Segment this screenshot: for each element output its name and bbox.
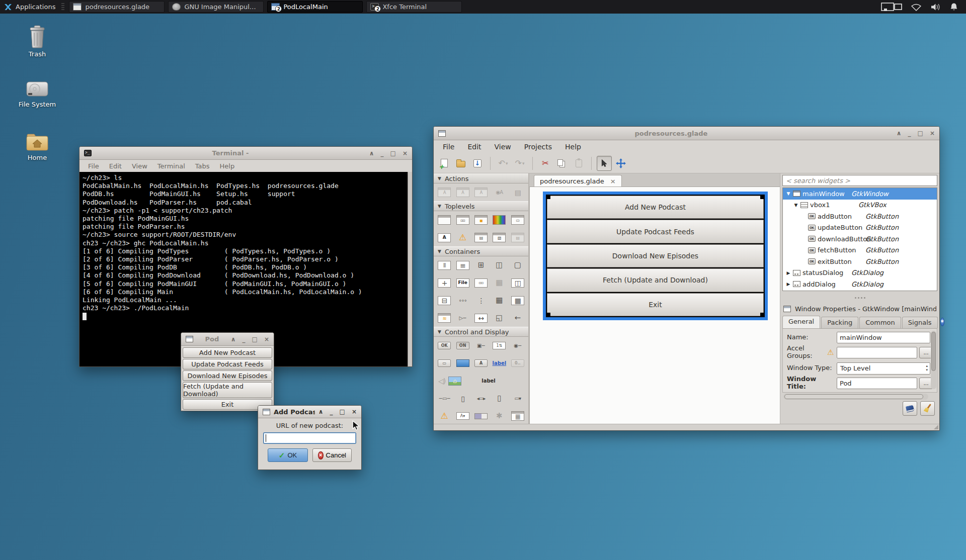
desktop-icon-filesystem[interactable]: File System: [14, 79, 60, 108]
scrolled-window-icon[interactable]: ↔: [474, 314, 488, 323]
dropdown-arrow-icon[interactable]: ▾: [522, 161, 525, 166]
toggle-button-icon[interactable]: ON: [456, 342, 469, 349]
design-selected-window[interactable]: Add New PodcastUpdate Podcast FeedsDownl…: [543, 192, 768, 320]
design-canvas[interactable]: Add New PodcastUpdate Podcast FeedsDownl…: [529, 187, 780, 424]
image-icon[interactable]: ⌂: [448, 377, 461, 386]
accel-groups-field[interactable]: [837, 347, 917, 358]
tree-row-vbox1[interactable]: ▼vbox1GtkVBox: [783, 200, 937, 211]
about-dialog-icon[interactable]: ▪: [474, 215, 488, 225]
link-button-icon[interactable]: label: [493, 358, 507, 368]
close-button[interactable]: ×: [264, 336, 269, 342]
maximize-button[interactable]: □: [918, 130, 923, 136]
font-selection-dialog-icon[interactable]: A: [438, 233, 451, 242]
accessibility-tab-icon[interactable]: *: [940, 318, 944, 326]
properties-tab-packing[interactable]: Packing: [821, 317, 858, 328]
window-type-select[interactable]: Top Level ▴▾: [837, 362, 930, 375]
offscreen-window-icon[interactable]: ▤: [511, 233, 524, 242]
design-button-update-podcast-feeds[interactable]: Update Podcast Feeds: [547, 220, 764, 243]
shade-button[interactable]: ∧: [897, 130, 902, 136]
spinner-icon[interactable]: ✱: [493, 411, 506, 421]
horizontal-button-box-icon[interactable]: ▫▫: [474, 278, 488, 288]
minimize-button[interactable]: _: [381, 150, 384, 156]
file-chooser-dialog-icon[interactable]: ▭: [511, 215, 524, 225]
glade-menu-view[interactable]: View: [488, 141, 518, 152]
desktop-icon-home[interactable]: Home: [14, 133, 60, 161]
expander-icon[interactable]: ▼: [792, 203, 799, 208]
toggle-action-icon[interactable]: A: [456, 188, 469, 197]
name-field[interactable]: [837, 332, 930, 343]
toolbar-icon[interactable]: ▦: [493, 278, 506, 288]
minimize-button[interactable]: _: [330, 409, 333, 415]
documentation-button[interactable]: [903, 401, 917, 416]
wifi-icon[interactable]: [911, 3, 922, 12]
shade-button[interactable]: ∧: [318, 409, 324, 415]
combo-box-icon[interactable]: ▭▾: [511, 394, 524, 404]
maximize-button[interactable]: □: [252, 336, 258, 342]
terminal-menu-edit[interactable]: Edit: [105, 161, 126, 171]
design-button-fetch-update-and-download-[interactable]: Fetch (Update and Download): [547, 268, 764, 292]
progress-bar-icon[interactable]: [474, 413, 488, 419]
action-group-icon[interactable]: ▤: [511, 188, 524, 198]
drag-resize-button[interactable]: [613, 156, 628, 171]
combo-box-entry-icon[interactable]: A▾: [456, 412, 469, 420]
close-button[interactable]: ×: [352, 409, 357, 415]
design-button-download-new-episodes[interactable]: Download New Episodes: [547, 244, 764, 267]
volume-icon[interactable]: ◁): [435, 376, 448, 386]
close-button[interactable]: ×: [930, 130, 935, 136]
vertical-scrollbar-icon[interactable]: ▯: [493, 394, 506, 404]
design-button-add-new-podcast[interactable]: Add New Podcast: [547, 196, 764, 219]
tree-row-fetchbutton[interactable]: fetchButtonGtkButton: [783, 245, 937, 256]
shade-button[interactable]: ∧: [369, 150, 374, 156]
properties-vertical-scrollbar[interactable]: [931, 331, 936, 389]
terminal-titlebar[interactable]: Terminal - ∧ _ □ ×: [79, 147, 412, 160]
cancel-button[interactable]: × Cancel: [312, 448, 352, 462]
properties-tab-general[interactable]: General: [782, 316, 820, 328]
properties-tab-common[interactable]: Common: [859, 317, 901, 328]
expander-icon[interactable]: ▶: [785, 282, 792, 287]
file-chooser-button-icon[interactable]: ▭: [438, 359, 451, 367]
expander-icon[interactable]: ▼: [785, 191, 792, 196]
spin-button-icon[interactable]: 1⇅: [493, 342, 506, 349]
terminal-menu-help[interactable]: Help: [215, 161, 239, 171]
color-selection-dialog-icon[interactable]: [493, 215, 506, 225]
pod-button-download-new-episodes[interactable]: Download New Episodes: [183, 370, 272, 381]
selection-handle[interactable]: [547, 196, 550, 199]
dialog-icon[interactable]: ▫▫: [456, 215, 469, 225]
close-tab-icon[interactable]: ×: [610, 177, 616, 185]
display-icon[interactable]: [881, 2, 902, 12]
cleanup-button[interactable]: [920, 401, 935, 416]
table-icon[interactable]: ⊞: [474, 260, 488, 270]
viewport-icon[interactable]: ◱: [493, 313, 506, 323]
add-podcast-titlebar[interactable]: Add Podcast ∧ _ □ ×: [258, 406, 361, 418]
properties-tab-signals[interactable]: Signals: [902, 317, 938, 328]
status-icon[interactable]: ⚠: [438, 411, 451, 421]
button-icon[interactable]: OK: [438, 342, 451, 349]
tree-row-adddialog[interactable]: ▶addDialogGtkDialog: [783, 278, 937, 290]
shade-button[interactable]: ∧: [231, 336, 236, 342]
alignment-icon[interactable]: ←: [511, 313, 524, 323]
redo-button[interactable]: ↷▾: [512, 156, 527, 171]
minimize-button[interactable]: _: [908, 130, 911, 136]
file-chooser-widget-icon[interactable]: File: [456, 278, 469, 288]
fixed-icon[interactable]: +: [438, 278, 451, 288]
ok-button[interactable]: ✓ OK: [268, 448, 308, 462]
notebook-icon[interactable]: ◫: [493, 260, 506, 270]
pod-button-add-new-podcast[interactable]: Add New Podcast: [183, 347, 272, 358]
cut-button[interactable]: ✂: [538, 156, 553, 171]
select-button[interactable]: [597, 156, 612, 171]
properties-horizontal-scrollbar[interactable]: [783, 394, 928, 400]
check-button-icon[interactable]: ▣−: [474, 341, 488, 351]
taskbar-button-podresources-glade[interactable]: podresources.glade: [69, 1, 165, 13]
vertical-scale-icon[interactable]: ▯: [456, 394, 469, 404]
taskbar-button-podlocalmain[interactable]: 2PodLocalMain: [267, 1, 363, 13]
pod-titlebar[interactable]: Pod ∧ _ □ ×: [181, 333, 274, 346]
tab-podresources-glade[interactable]: podresources.glade ×: [534, 175, 622, 186]
close-button[interactable]: ×: [403, 150, 408, 156]
palette-section-control-and-display[interactable]: ▼Control and Display: [434, 327, 528, 337]
terminal-menu-tabs[interactable]: Tabs: [191, 161, 214, 171]
palette-section-actions[interactable]: ▼Actions: [434, 173, 528, 183]
glade-menu-projects[interactable]: Projects: [518, 141, 558, 152]
tree-row-statusdialog[interactable]: ▶statusDialogGtkDialog: [783, 267, 937, 279]
copy-button[interactable]: [554, 156, 570, 171]
widget-search-input[interactable]: [782, 175, 937, 186]
